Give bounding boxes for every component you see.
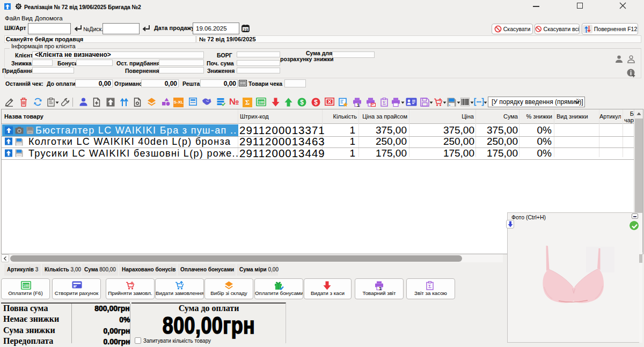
svg-text:23: 23: [243, 27, 248, 32]
svg-text:100: 100: [23, 284, 29, 287]
svg-text:100: 100: [258, 100, 264, 104]
svg-text:1: 1: [357, 102, 360, 107]
svg-text:$: $: [300, 99, 304, 106]
svg-text:$: $: [314, 99, 318, 106]
svg-text:Σ: Σ: [383, 100, 386, 106]
svg-text:Σ: Σ: [428, 284, 431, 289]
